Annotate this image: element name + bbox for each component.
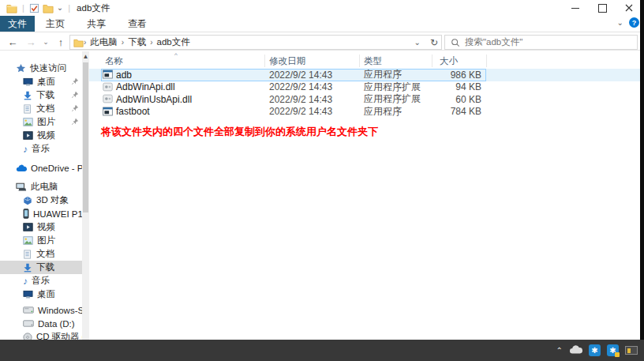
file-row-adbwinapi[interactable]: AdbWinApi.dll 2022/9/2 14:43 应用程序扩展 94 K… xyxy=(89,81,640,94)
forward-button[interactable]: → xyxy=(24,35,37,49)
sidebar-item-desktop-pc[interactable]: 桌面 xyxy=(0,288,82,301)
hidden-icons-chevron[interactable]: ⌃ xyxy=(556,346,563,355)
desktop-icon xyxy=(23,290,33,299)
file-size: 94 KB xyxy=(405,81,481,92)
breadcrumb-adb-folder[interactable]: adb文件 xyxy=(157,36,190,48)
document-icon xyxy=(23,104,32,114)
sidebar-label: Windows-SSD ( xyxy=(38,306,82,315)
scrollbar-thumb[interactable] xyxy=(83,62,88,212)
file-date: 2022/9/2 14:43 xyxy=(269,106,332,117)
maximize-button[interactable] xyxy=(597,3,607,13)
desktop-icon xyxy=(23,77,33,87)
sidebar-item-cd-drive-e[interactable]: CD 驱动器 (E:) 4 xyxy=(0,330,82,340)
address-bar[interactable]: › 此电脑 › 下载 › adb文件 ⌄ ↻ xyxy=(69,35,442,50)
window-title: adb文件 xyxy=(77,2,110,14)
sidebar-item-this-pc[interactable]: 此电脑 xyxy=(0,180,82,194)
music-note-icon: ♪ xyxy=(23,144,28,155)
pin-icon xyxy=(71,104,79,114)
sidebar-label: 下载 xyxy=(36,89,54,101)
sidebar-label: OneDrive - Perso xyxy=(31,164,82,173)
red-annotation-text: 将该文件夹内的四个文件全部复制到你的系统用户名文件夹下 xyxy=(101,125,378,139)
sidebar-item-desktop-pinned[interactable]: 桌面 xyxy=(0,75,82,88)
new-folder-icon[interactable] xyxy=(43,3,54,13)
scroll-up-icon[interactable]: ▲ xyxy=(82,53,89,61)
sidebar-label: 桌面 xyxy=(37,288,55,300)
ribbon-collapse-icon[interactable]: ⌄ xyxy=(617,19,623,27)
separator: | xyxy=(66,3,72,13)
column-header-date[interactable]: 修改日期 xyxy=(269,55,305,67)
breadcrumb-chevron: › xyxy=(122,38,124,47)
file-row-adbwinusbapi[interactable]: AdbWinUsbApi.dll 2022/9/2 14:43 应用程序扩展 6… xyxy=(89,93,640,106)
document-icon xyxy=(23,250,32,259)
column-headers: 名称 ^ 修改日期 类型 大小 xyxy=(89,54,640,68)
pin-icon xyxy=(71,91,79,100)
sidebar-item-pictures-pc[interactable]: 图片 xyxy=(0,234,82,247)
download-arrow-icon xyxy=(23,263,32,273)
qat-dropdown-icon[interactable]: ⌄ xyxy=(57,4,63,12)
sidebar-scrollbar[interactable]: ▲ xyxy=(82,51,89,340)
picture-icon xyxy=(23,118,33,126)
column-header-type[interactable]: 类型 xyxy=(364,55,382,67)
up-button[interactable]: ↑ xyxy=(54,35,67,49)
tray-app-icon-blue-badged[interactable]: ✱ xyxy=(607,344,619,356)
close-button[interactable] xyxy=(624,3,634,13)
breadcrumb-chevron: › xyxy=(150,38,152,47)
properties-checkbox-icon[interactable] xyxy=(29,3,39,13)
file-row-adb[interactable]: adb 2022/9/2 14:43 应用程序 986 KB xyxy=(89,69,640,81)
sidebar-item-data-d[interactable]: Data (D:) xyxy=(0,317,82,330)
tray-app-icon-blue[interactable]: ✱ xyxy=(589,344,601,356)
onedrive-tray-icon[interactable] xyxy=(569,345,582,356)
file-row-fastboot[interactable]: fastboot 2022/9/2 14:43 应用程序 784 KB xyxy=(89,106,640,118)
file-type: 应用程序 xyxy=(364,68,402,81)
address-dropdown-icon[interactable]: ⌄ xyxy=(414,39,421,47)
sidebar-item-documents-pc[interactable]: 文档 xyxy=(0,247,82,261)
tab-view[interactable]: 查看 xyxy=(117,16,158,32)
picture-icon xyxy=(23,236,33,245)
sidebar-item-windows-ssd[interactable]: Windows-SSD ( xyxy=(0,303,82,317)
drive-icon xyxy=(23,306,34,314)
column-header-size[interactable]: 大小 xyxy=(440,55,458,67)
sidebar-item-documents-pinned[interactable]: 文档 xyxy=(0,102,82,115)
tab-file[interactable]: 文件 xyxy=(0,16,35,32)
sidebar-item-music[interactable]: ♪ 音乐 xyxy=(0,142,82,156)
history-dropdown-icon[interactable]: ⌄ xyxy=(41,35,51,49)
tab-share[interactable]: 共享 xyxy=(76,16,117,32)
search-placeholder: 搜索"adb文件" xyxy=(465,36,522,48)
help-icon[interactable]: ? xyxy=(629,17,639,28)
tab-home[interactable]: 主页 xyxy=(35,16,76,32)
sidebar-item-huawei-p10[interactable]: HUAWEI P10 xyxy=(0,207,82,220)
sidebar-label: 桌面 xyxy=(37,76,55,88)
back-button[interactable]: ← xyxy=(6,35,19,49)
refresh-icon[interactable]: ↻ xyxy=(430,37,438,48)
download-arrow-icon xyxy=(23,91,32,100)
sidebar-item-downloads-pinned[interactable]: 下载 xyxy=(0,88,82,102)
file-name: AdbWinApi.dll xyxy=(116,81,175,92)
column-header-name[interactable]: 名称 xyxy=(105,55,123,67)
navigation-pane: 快速访问 桌面 下载 文档 xyxy=(0,51,82,340)
sidebar-item-onedrive[interactable]: OneDrive - Perso xyxy=(0,161,82,175)
input-method-tray-icon[interactable] xyxy=(625,346,638,355)
breadcrumb-downloads[interactable]: 下载 xyxy=(128,36,146,48)
separator: | xyxy=(21,3,26,13)
search-input[interactable]: 搜索"adb文件" xyxy=(444,35,638,50)
sidebar-label: 图片 xyxy=(37,235,55,246)
file-size: 60 KB xyxy=(405,94,481,105)
dll-icon xyxy=(103,94,113,106)
file-date: 2022/9/2 14:43 xyxy=(269,94,332,105)
minimize-button[interactable] xyxy=(571,3,580,13)
sidebar-item-3d-objects[interactable]: 3D 对象 xyxy=(0,194,82,207)
taskbar: ⌃ ✱ ✱ xyxy=(0,340,644,361)
sidebar-item-videos[interactable]: 视频 xyxy=(0,129,82,142)
video-icon xyxy=(23,223,33,231)
music-note-icon: ♪ xyxy=(23,276,28,287)
sidebar-item-downloads-pc-selected[interactable]: 下载 xyxy=(0,261,82,274)
sidebar-item-pictures-pinned[interactable]: 图片 xyxy=(0,115,82,129)
file-date: 2022/9/2 14:43 xyxy=(269,70,332,81)
sidebar-item-music-pc[interactable]: ♪ 音乐 xyxy=(0,274,82,288)
sidebar-label: 3D 对象 xyxy=(36,194,69,206)
breadcrumb-this-pc[interactable]: 此电脑 xyxy=(90,36,118,48)
sidebar-item-videos-pc[interactable]: 视频 xyxy=(0,220,82,234)
sidebar-item-quick-access[interactable]: 快速访问 xyxy=(0,62,82,75)
folder-icon xyxy=(6,3,17,13)
sidebar-label: 图片 xyxy=(37,116,55,128)
